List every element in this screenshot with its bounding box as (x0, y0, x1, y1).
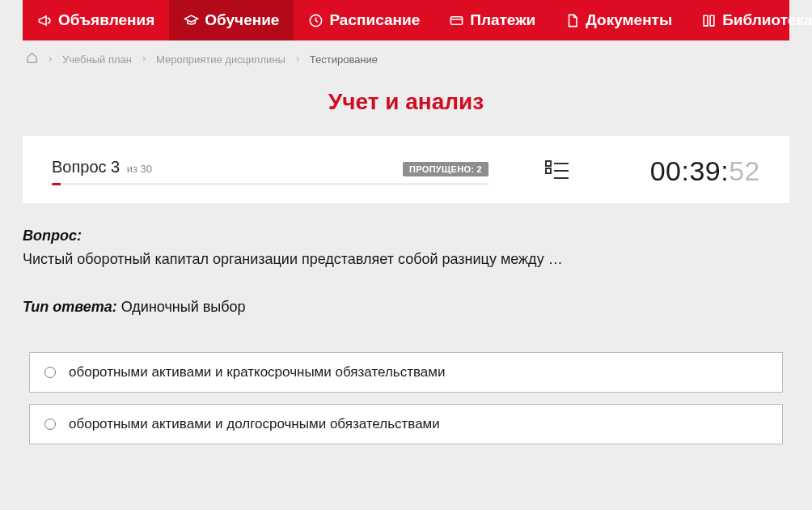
answer-radio[interactable] (44, 419, 56, 430)
nav-announcements[interactable]: Объявления (23, 0, 169, 40)
svg-rect-2 (546, 161, 551, 166)
svg-rect-1 (451, 16, 463, 24)
answers-list: оборотными активами и краткосрочными обя… (23, 352, 789, 444)
nav-schedule[interactable]: Расписание (294, 0, 434, 40)
skipped-label: ПРОПУЩЕНО: (409, 164, 474, 174)
answer-type: Тип ответа: Одиночный выбор (23, 299, 789, 316)
chevron-right-icon (46, 55, 54, 63)
home-icon (26, 54, 38, 66)
skipped-badge: ПРОПУЩЕНО: 2 (403, 162, 488, 176)
nav-label: Расписание (329, 11, 420, 29)
answer-text: оборотными активами и долгосрочными обяз… (69, 416, 440, 432)
nav-label: Документы (586, 11, 672, 29)
question-total: 30 (141, 163, 152, 175)
answer-type-value: Одиночный выбор (121, 299, 246, 315)
breadcrumb-link[interactable]: Учебный план (62, 53, 132, 66)
question-counter: Вопрос 3 из 30 (52, 158, 152, 176)
books-icon (701, 13, 717, 28)
nav-library[interactable]: Библиотека (687, 0, 812, 40)
viewport: Объявления Обучение Расписание Платежи Д… (0, 0, 812, 464)
breadcrumb-home[interactable] (26, 52, 38, 66)
nav-label: Объявления (58, 11, 154, 29)
top-nav: Объявления Обучение Расписание Платежи Д… (23, 0, 789, 40)
doc-icon (565, 13, 580, 28)
question-text: Чистый оборотный капитал организации пре… (23, 249, 789, 270)
answer-option[interactable]: оборотными активами и краткосрочными обя… (29, 352, 783, 393)
question-area: Вопрос: Чистый оборотный капитал организ… (23, 203, 789, 464)
of-prefix: из (127, 163, 137, 175)
question-label-prefix: Вопрос (52, 158, 107, 176)
nav-education[interactable]: Обучение (169, 0, 294, 40)
question-caption: Вопрос: (23, 227, 789, 244)
answer-type-label: Тип ответа: (23, 299, 117, 315)
clock-icon (308, 13, 324, 28)
nav-payments[interactable]: Платежи (434, 0, 550, 40)
skipped-count: 2 (477, 164, 482, 174)
question-progress: Вопрос 3 из 30 ПРОПУЩЕНО: 2 (52, 158, 488, 185)
answer-text: оборотными активами и краткосрочными обя… (69, 364, 445, 380)
timer-minutes: 00:39: (650, 155, 730, 186)
breadcrumb-link[interactable]: Мероприятие дисциплины (156, 53, 285, 66)
question-number: 3 (111, 158, 120, 176)
answer-radio[interactable] (44, 367, 56, 378)
megaphone-icon (37, 13, 53, 28)
chevron-right-icon (140, 55, 148, 63)
nav-documents[interactable]: Документы (550, 0, 687, 40)
timer: 00:39:52 (626, 155, 760, 187)
status-card: Вопрос 3 из 30 ПРОПУЩЕНО: 2 00:3 (23, 136, 789, 203)
breadcrumb: Учебный план Мероприятие дисциплины Тест… (23, 40, 789, 74)
progress-fill (52, 183, 61, 185)
graduation-icon (184, 13, 199, 28)
list-icon (544, 159, 570, 185)
timer-seconds: 52 (729, 155, 760, 186)
chevron-right-icon (294, 55, 302, 63)
nav-label: Обучение (205, 11, 279, 29)
progress-bar (52, 183, 488, 185)
answer-option[interactable]: оборотными активами и долгосрочными обяз… (29, 404, 783, 444)
page-title: Учет и анализ (23, 89, 789, 115)
nav-label: Библиотека (722, 11, 812, 29)
svg-rect-4 (546, 168, 551, 173)
question-list-button[interactable] (488, 159, 626, 185)
nav-label: Платежи (470, 11, 535, 29)
breadcrumb-current: Тестирование (310, 53, 378, 66)
card-icon (449, 13, 464, 28)
